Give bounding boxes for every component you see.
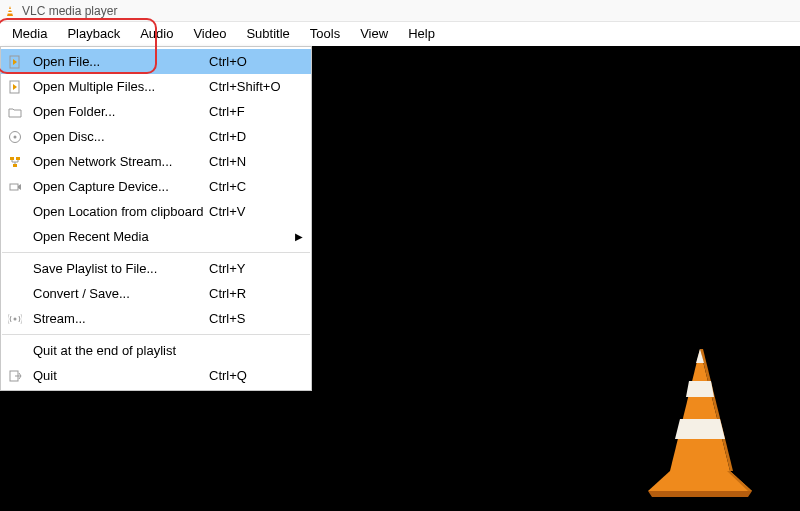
menu-item-open-network-stream[interactable]: Open Network Stream...Ctrl+N [1,149,311,174]
quit-icon [5,369,25,383]
menu-item-shortcut: Ctrl+D [209,129,293,144]
menu-item-open-location-from-clipboard[interactable]: Open Location from clipboardCtrl+V [1,199,311,224]
svg-marker-0 [7,6,13,16]
menu-item-shortcut: Ctrl+Shift+O [209,79,293,94]
menu-item-open-folder[interactable]: Open Folder...Ctrl+F [1,99,311,124]
submenu-arrow-icon: ▶ [293,231,303,242]
menu-audio[interactable]: Audio [130,22,183,46]
svg-rect-1 [8,9,12,11]
file-play-icon [5,80,25,94]
menu-view[interactable]: View [350,22,398,46]
menu-item-label: Open File... [25,54,209,69]
titlebar-title: VLC media player [22,4,117,18]
titlebar: VLC media player [0,0,800,22]
svg-rect-11 [13,164,17,167]
svg-marker-22 [648,471,752,491]
menu-item-label: Save Playlist to File... [25,261,209,276]
menu-item-label: Quit [25,368,209,383]
menu-separator [2,334,310,335]
menu-item-shortcut: Ctrl+Q [209,368,293,383]
svg-rect-10 [16,157,20,160]
menu-subtitle[interactable]: Subtitle [236,22,299,46]
svg-rect-12 [10,184,18,190]
vlc-cone-logo [630,341,770,501]
menu-item-label: Open Location from clipboard [25,204,209,219]
menu-tools[interactable]: Tools [300,22,350,46]
menu-item-open-disc[interactable]: Open Disc...Ctrl+D [1,124,311,149]
menu-item-open-file[interactable]: Open File...Ctrl+O [1,49,311,74]
menu-item-stream[interactable]: Stream...Ctrl+S [1,306,311,331]
menu-item-label: Quit at the end of playlist [25,343,209,358]
menu-item-shortcut: Ctrl+R [209,286,293,301]
menu-item-shortcut: Ctrl+F [209,104,293,119]
menu-item-shortcut: Ctrl+S [209,311,293,326]
menu-item-label: Convert / Save... [25,286,209,301]
svg-marker-6 [13,84,17,90]
menu-separator [2,252,310,253]
menu-item-save-playlist-to-file[interactable]: Save Playlist to File...Ctrl+Y [1,256,311,281]
menu-item-label: Open Disc... [25,129,209,144]
svg-point-8 [14,135,17,138]
menu-video[interactable]: Video [183,22,236,46]
svg-marker-24 [648,491,752,497]
menu-item-open-capture-device[interactable]: Open Capture Device...Ctrl+C [1,174,311,199]
menu-item-shortcut: Ctrl+O [209,54,293,69]
svg-marker-4 [13,59,17,65]
menu-media[interactable]: Media [2,22,57,46]
menu-item-label: Open Capture Device... [25,179,209,194]
menu-item-shortcut: Ctrl+V [209,204,293,219]
menu-item-label: Open Network Stream... [25,154,209,169]
vlc-icon [4,5,16,17]
disc-icon [5,130,25,144]
folder-icon [5,105,25,119]
menu-help[interactable]: Help [398,22,445,46]
menu-item-label: Stream... [25,311,209,326]
capture-icon [5,180,25,194]
file-play-icon [5,55,25,69]
menu-playback[interactable]: Playback [57,22,130,46]
menu-item-label: Open Folder... [25,104,209,119]
menu-item-label: Open Multiple Files... [25,79,209,94]
menubar: Media Playback Audio Video Subtitle Tool… [0,22,800,46]
media-dropdown: Open File...Ctrl+OOpen Multiple Files...… [0,46,312,391]
menu-item-shortcut: Ctrl+C [209,179,293,194]
svg-rect-2 [8,12,13,14]
svg-marker-19 [686,381,714,397]
svg-point-14 [14,317,17,320]
svg-marker-17 [670,349,730,471]
menu-item-label: Open Recent Media [25,229,209,244]
network-icon [5,155,25,169]
svg-marker-20 [675,419,725,439]
menu-item-shortcut: Ctrl+Y [209,261,293,276]
menu-item-quit[interactable]: QuitCtrl+Q [1,363,311,388]
menu-item-shortcut: Ctrl+N [209,154,293,169]
svg-rect-9 [10,157,14,160]
menu-item-convert-save[interactable]: Convert / Save...Ctrl+R [1,281,311,306]
menu-item-quit-at-the-end-of-playlist[interactable]: Quit at the end of playlist [1,338,311,363]
menu-item-open-recent-media[interactable]: Open Recent Media▶ [1,224,311,249]
menu-item-open-multiple-files[interactable]: Open Multiple Files...Ctrl+Shift+O [1,74,311,99]
stream-icon [5,312,25,326]
